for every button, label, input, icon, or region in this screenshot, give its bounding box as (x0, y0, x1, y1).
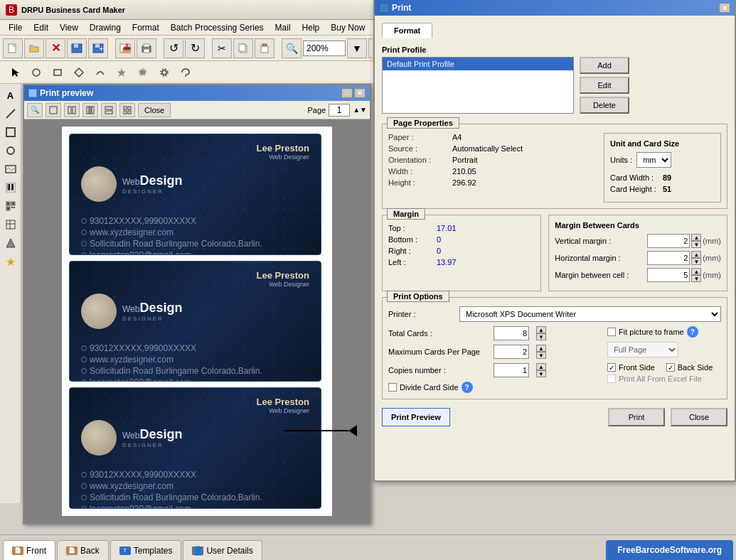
pp-view3[interactable] (82, 103, 98, 117)
qrcode-tool[interactable] (2, 198, 19, 215)
pp-view5[interactable] (119, 103, 135, 117)
cursor-tool[interactable] (6, 63, 24, 82)
delete-profile-button[interactable]: Delete (580, 97, 629, 114)
draw-rect-tool[interactable] (2, 124, 19, 141)
zoom-out-button[interactable]: 🔍 (282, 38, 302, 58)
menu-drawing[interactable]: Drawing (84, 21, 127, 34)
pp-page-input[interactable] (329, 104, 350, 117)
vertical-margin-up[interactable]: ▲ (691, 234, 701, 241)
cut-button[interactable]: ✂ (212, 38, 232, 58)
print-dialog-close[interactable]: ✕ (719, 3, 730, 13)
paste-button[interactable] (255, 38, 274, 58)
divide-card-help[interactable]: ? (462, 382, 473, 393)
barcode-insert-tool[interactable] (2, 179, 19, 196)
divide-card-checkbox[interactable] (388, 383, 397, 392)
unknown-tool[interactable] (176, 63, 195, 82)
format-tab[interactable]: Format (382, 23, 432, 38)
back-side-checkbox[interactable] (666, 363, 675, 372)
star-tool[interactable] (112, 63, 131, 82)
gear-tool[interactable] (155, 63, 174, 82)
add-profile-button[interactable]: Add (580, 57, 629, 74)
total-cards-down[interactable]: ▼ (536, 333, 546, 340)
menu-format[interactable]: Format (127, 21, 165, 34)
new-button[interactable] (3, 38, 23, 58)
table-tool[interactable] (2, 216, 19, 233)
menu-batch[interactable]: Batch Processing Series (165, 21, 270, 34)
copies-up[interactable]: ▲ (536, 363, 546, 370)
cell-margin-input[interactable] (647, 268, 690, 282)
copies-input[interactable] (494, 363, 529, 377)
copies-down[interactable]: ▼ (536, 370, 546, 377)
pp-page-spinner[interactable]: ▲▼ (353, 106, 367, 114)
pp-close-btn[interactable]: Close (138, 103, 171, 117)
vertical-margin-input[interactable] (647, 234, 690, 248)
close-dialog-button[interactable]: Close (671, 408, 727, 426)
menu-view[interactable]: View (54, 21, 84, 34)
print-preview-button[interactable]: Print Preview (382, 408, 450, 426)
fit-frame-checkbox[interactable] (607, 328, 616, 336)
horizontal-margin-input[interactable] (647, 251, 690, 265)
draw-line-tool[interactable] (2, 105, 19, 122)
max-cards-input[interactable] (494, 345, 529, 359)
menu-mail[interactable]: Mail (270, 21, 297, 34)
pp-close-button[interactable]: ✕ (354, 88, 366, 98)
pp-view2[interactable] (64, 103, 80, 117)
save-button[interactable] (67, 38, 87, 58)
pp-view1[interactable] (46, 103, 61, 117)
diamond-tool[interactable] (70, 63, 88, 82)
open-button[interactable] (24, 38, 44, 58)
horizontal-margin-down[interactable]: ▼ (691, 258, 701, 265)
edit-profile-button[interactable]: Edit (580, 77, 629, 94)
menu-help[interactable]: Help (297, 21, 326, 34)
templates-tab[interactable]: T Templates (110, 540, 182, 560)
pp-view4[interactable] (101, 103, 117, 117)
user-details-tab[interactable]: 👤 User Details (183, 540, 262, 560)
front-tab[interactable]: 📄 Front (3, 540, 55, 560)
pp-zoom-in[interactable]: 🔍 (27, 103, 43, 117)
rect-tool[interactable] (48, 63, 67, 82)
menu-edit[interactable]: Edit (28, 21, 54, 34)
shape-insert-tool[interactable] (2, 235, 19, 252)
total-cards-up[interactable]: ▲ (536, 326, 546, 333)
star-insert-tool[interactable]: ★ (2, 253, 19, 270)
default-profile-item[interactable]: Default Print Profile (383, 58, 573, 70)
cell-margin-up[interactable]: ▲ (691, 268, 701, 275)
print-button[interactable]: Print (608, 408, 665, 426)
draw-circle-tool[interactable] (2, 142, 19, 159)
vertical-margin-down[interactable]: ▼ (691, 241, 701, 248)
print-button[interactable] (137, 38, 156, 58)
menu-buy-now[interactable]: Buy Now (325, 21, 370, 34)
cell-margin-down[interactable]: ▼ (691, 275, 701, 282)
redo-button[interactable]: ↻ (185, 38, 205, 58)
text-tool[interactable]: A (2, 87, 19, 104)
close-file-button[interactable]: ✕ (46, 38, 65, 58)
full-page-select[interactable]: Full Page (607, 342, 678, 357)
menu-file[interactable]: File (3, 21, 28, 34)
units-select[interactable]: mm in cm (636, 152, 671, 168)
pp-resize-button[interactable]: □ (341, 88, 353, 98)
dialog-tabs: Format (382, 23, 727, 38)
max-cards-up[interactable]: ▲ (536, 345, 546, 352)
horizontal-margin-up[interactable]: ▲ (691, 251, 701, 258)
undo-button[interactable]: ↺ (164, 38, 183, 58)
import-button[interactable]: 📥 (115, 38, 135, 58)
circle-tool[interactable] (27, 63, 46, 82)
max-cards-down[interactable]: ▼ (536, 352, 546, 359)
excel-checkbox[interactable] (607, 375, 616, 383)
right-label: Right : (388, 247, 431, 255)
fit-frame-help[interactable]: ? (687, 326, 698, 338)
front-side-checkbox[interactable] (607, 363, 616, 372)
burst-tool[interactable] (134, 63, 152, 82)
printer-select[interactable]: Microsoft XPS Document Writer (459, 306, 721, 322)
total-cards-input[interactable] (494, 326, 529, 340)
zoom-input[interactable]: 200% (303, 41, 346, 56)
copy-button[interactable] (233, 38, 253, 58)
back-tab[interactable]: 📄 Back (57, 540, 109, 560)
zoom-dropdown-button[interactable]: ▼ (347, 38, 367, 58)
image-tool[interactable] (2, 161, 19, 178)
top-value: 17.01 (437, 224, 465, 232)
profile-list[interactable]: Default Print Profile (382, 57, 574, 114)
save-as-button[interactable]: + (88, 38, 108, 58)
arc-tool[interactable] (91, 63, 110, 82)
svg-rect-53 (14, 207, 15, 208)
